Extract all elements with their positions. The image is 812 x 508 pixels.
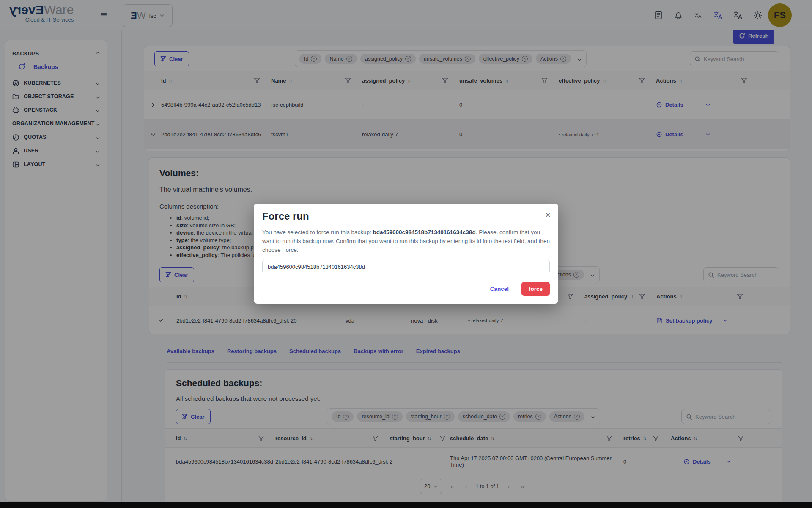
app-page: EveryWare Cloud & IT Services ≡ EW fsc F… <box>0 0 812 508</box>
cancel-button[interactable]: Cancel <box>490 286 509 292</box>
force-button[interactable]: force <box>521 282 550 296</box>
backup-id-text: bda459600c984518b71340161634c38d <box>373 229 475 235</box>
dialog-title: Force run <box>262 210 550 222</box>
force-run-dialog: Force run × You have selected to force r… <box>254 204 558 304</box>
close-icon[interactable]: × <box>545 210 551 220</box>
backup-id-confirm-input[interactable] <box>262 260 550 273</box>
dialog-message: You have selected to force run this back… <box>262 228 550 254</box>
